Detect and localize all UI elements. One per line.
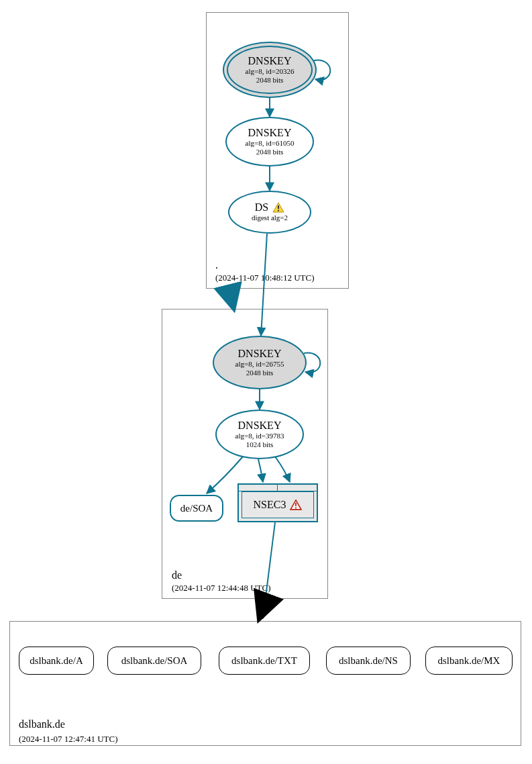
dnskey-root-ksk[interactable]: DNSKEY alg=8, id=20326 2048 bits (223, 42, 317, 98)
node-title: DS (255, 201, 268, 213)
dnskey-root-zsk[interactable]: DNSKEY alg=8, id=61050 2048 bits (225, 117, 314, 166)
record-soa[interactable]: dslbank.de/SOA (107, 647, 201, 675)
zone-label-dslbank: dslbank.de (19, 718, 65, 730)
node-alg: alg=8, id=39783 (235, 432, 284, 440)
node-alg: digest alg=2 (252, 213, 288, 222)
node-bits: 1024 bits (246, 440, 274, 449)
zone-timestamp-dslbank: (2024-11-07 12:47:41 UTC) (19, 734, 118, 745)
svg-rect-1 (278, 205, 279, 209)
edge-root-to-de (228, 289, 233, 307)
zone-box-dslbank (9, 621, 521, 746)
node-label: dslbank.de/SOA (121, 655, 188, 667)
record-mx[interactable]: dslbank.de/MX (425, 647, 513, 675)
svg-rect-4 (295, 503, 297, 506)
dnskey-de-zsk[interactable]: DNSKEY alg=8, id=39783 1024 bits (215, 410, 304, 459)
ds-root[interactable]: DS digest alg=2 (228, 191, 311, 234)
node-title: DNSKEY (238, 348, 282, 360)
soa-de[interactable]: de/SOA (170, 495, 223, 522)
zone-timestamp-root: (2024-11-07 10:48:12 UTC) (215, 273, 315, 283)
node-alg: alg=8, id=61050 (246, 139, 295, 148)
zone-label-de: de (172, 569, 182, 581)
record-txt[interactable]: dslbank.de/TXT (219, 647, 310, 675)
node-alg: alg=8, id=26755 (235, 360, 284, 369)
node-label: dslbank.de/A (30, 655, 83, 667)
record-a[interactable]: dslbank.de/A (19, 647, 94, 675)
svg-rect-2 (278, 210, 279, 211)
node-bits: 2048 bits (256, 148, 284, 156)
zone-timestamp-de: (2024-11-07 12:44:48 UTC) (172, 583, 271, 593)
node-bits: 2048 bits (246, 369, 274, 377)
node-title: DNSKEY (248, 127, 292, 139)
error-icon (290, 499, 302, 510)
node-label: dslbank.de/NS (339, 655, 398, 667)
warning-icon (272, 202, 284, 213)
node-label: dslbank.de/MX (438, 655, 500, 667)
node-title: DNSKEY (238, 420, 282, 432)
node-label: de/SOA (180, 503, 213, 514)
record-ns[interactable]: dslbank.de/NS (326, 647, 411, 675)
node-label: NSEC3 (254, 499, 286, 511)
edge-de-to-dslbank (260, 599, 267, 618)
dnskey-de-ksk[interactable]: DNSKEY alg=8, id=26755 2048 bits (213, 336, 307, 389)
node-label: dslbank.de/TXT (231, 655, 297, 667)
zone-label-root: . (215, 259, 218, 271)
svg-rect-5 (295, 508, 297, 509)
nsec3-de[interactable]: NSEC3 (237, 483, 318, 522)
